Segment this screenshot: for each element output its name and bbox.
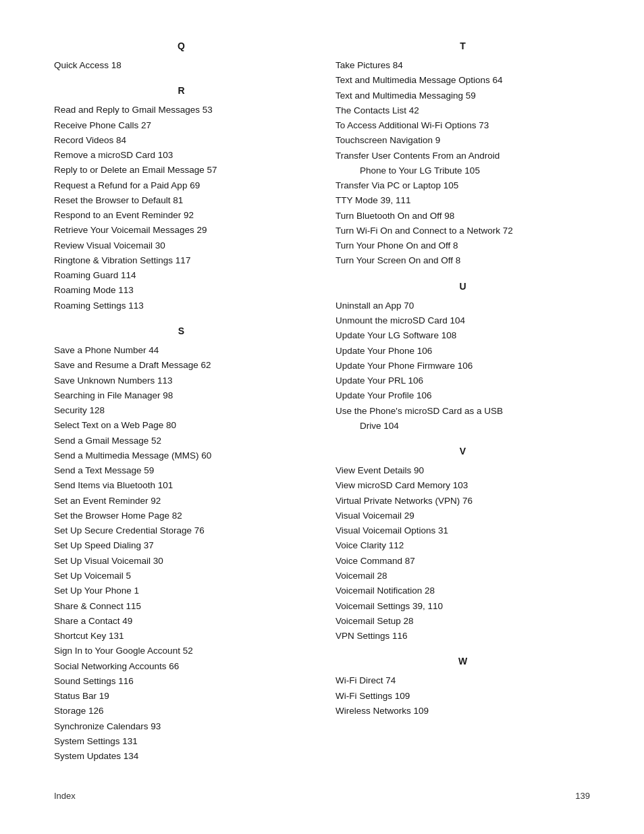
- entry-social-networking: Social Networking Accounts 66: [54, 659, 308, 674]
- section-header-v: V: [336, 446, 590, 457]
- entry-vpn-settings: VPN Settings 116: [336, 629, 590, 644]
- entry-visual-voicemail-options: Visual Voicemail Options 31: [336, 523, 590, 538]
- entry-transfer-android-indent: Phone to Your LG Tribute 105: [336, 163, 590, 178]
- entry-security: Security 128: [54, 403, 308, 418]
- section-header-r: R: [54, 85, 308, 96]
- entry-transfer-pc: Transfer Via PC or Laptop 105: [336, 178, 590, 193]
- section-header-q: Q: [54, 41, 308, 51]
- entry-review-visual-voicemail: Review Visual Voicemail 30: [54, 238, 308, 253]
- entry-voice-clarity: Voice Clarity 112: [336, 538, 590, 553]
- entry-searching-file-manager: Searching in File Manager 98: [54, 388, 308, 403]
- entry-ringtone-vibration: Ringtone & Vibration Settings 117: [54, 253, 308, 268]
- section-header-t: T: [336, 41, 590, 51]
- entry-voicemail-settings: Voicemail Settings 39, 110: [336, 599, 590, 614]
- entry-read-reply-gmail: Read and Reply to Gmail Messages 53: [54, 103, 308, 118]
- entry-send-mms: Send a Multimedia Message (MMS) 60: [54, 448, 308, 463]
- entry-wireless-networks: Wireless Networks 109: [336, 704, 590, 719]
- entry-send-gmail: Send a Gmail Message 52: [54, 434, 308, 448]
- entry-turn-bluetooth: Turn Bluetooth On and Off 98: [336, 209, 590, 224]
- entry-roaming-guard: Roaming Guard 114: [54, 268, 308, 283]
- entry-record-videos: Record Videos 84: [54, 133, 308, 148]
- entry-remove-microsd: Remove a microSD Card 103: [54, 148, 308, 163]
- entry-view-microsd-memory: View microSD Card Memory 103: [336, 478, 590, 493]
- entry-respond-event-reminder: Respond to an Event Reminder 92: [54, 208, 308, 223]
- entry-set-browser-home: Set the Browser Home Page 82: [54, 509, 308, 523]
- entry-turn-wifi: Turn Wi-Fi On and Connect to a Network 7…: [336, 224, 590, 238]
- entry-save-phone-number: Save a Phone Number 44: [54, 343, 308, 358]
- entry-uninstall-app: Uninstall an App 70: [336, 298, 590, 313]
- entry-voicemail: Voicemail 28: [336, 569, 590, 583]
- entry-send-text: Send a Text Message 59: [54, 463, 308, 478]
- entry-touchscreen-navigation: Touchscreen Navigation 9: [336, 133, 590, 148]
- entry-roaming-mode: Roaming Mode 113: [54, 283, 308, 298]
- left-column: Q Quick Access 18 R Read and Reply to Gm…: [54, 41, 308, 764]
- section-header-u: U: [336, 281, 590, 292]
- footer-right: 139: [575, 791, 590, 801]
- entry-unmount-microsd: Unmount the microSD Card 104: [336, 313, 590, 328]
- footer-left: Index: [54, 791, 76, 801]
- entry-take-pictures: Take Pictures 84: [336, 58, 590, 73]
- entry-vpn: Virtual Private Networks (VPN) 76: [336, 494, 590, 509]
- entry-update-profile: Update Your Profile 106: [336, 388, 590, 403]
- entry-synchronize-calendars: Synchronize Calendars 93: [54, 719, 308, 734]
- entry-save-resume-draft: Save and Resume a Draft Message 62: [54, 358, 308, 373]
- entry-update-lg-software: Update Your LG Software 108: [336, 328, 590, 343]
- entry-set-up-phone: Set Up Your Phone 1: [54, 583, 308, 598]
- entry-update-phone: Update Your Phone 106: [336, 344, 590, 359]
- entry-update-phone-firmware: Update Your Phone Firmware 106: [336, 359, 590, 373]
- entry-text-multimedia-options: Text and Multimedia Message Options 64: [336, 73, 590, 88]
- right-column: T Take Pictures 84 Text and Multimedia M…: [336, 41, 590, 764]
- entry-turn-phone-on-off: Turn Your Phone On and Off 8: [336, 238, 590, 253]
- entry-voice-command: Voice Command 87: [336, 554, 590, 569]
- entry-request-refund: Request a Refund for a Paid App 69: [54, 178, 308, 193]
- entry-reply-delete-email: Reply to or Delete an Email Message 57: [54, 163, 308, 178]
- entry-share-contact: Share a Contact 49: [54, 614, 308, 629]
- entry-view-event-details: View Event Details 90: [336, 463, 590, 478]
- entry-receive-phone-calls: Receive Phone Calls 27: [54, 118, 308, 133]
- entry-roaming-settings: Roaming Settings 113: [54, 298, 308, 313]
- entry-set-visual-voicemail: Set Up Visual Voicemail 30: [54, 554, 308, 569]
- entry-sign-in-google: Sign In to Your Google Account 52: [54, 644, 308, 658]
- entry-shortcut-key: Shortcut Key 131: [54, 629, 308, 644]
- entry-turn-screen-on-off: Turn Your Screen On and Off 8: [336, 253, 590, 268]
- entry-set-speed-dialing: Set Up Speed Dialing 37: [54, 538, 308, 553]
- entry-tty-mode: TTY Mode 39, 111: [336, 193, 590, 208]
- entry-system-settings: System Settings 131: [54, 734, 308, 749]
- entry-share-connect: Share & Connect 115: [54, 599, 308, 614]
- entry-update-prl: Update Your PRL 106: [336, 373, 590, 388]
- entry-set-event-reminder: Set an Event Reminder 92: [54, 494, 308, 509]
- entry-set-secure-credential: Set Up Secure Credential Storage 76: [54, 523, 308, 538]
- entry-text-multimedia-messaging: Text and Multimedia Messaging 59: [336, 88, 590, 103]
- entry-system-updates: System Updates 134: [54, 749, 308, 764]
- entry-set-voicemail: Set Up Voicemail 5: [54, 569, 308, 583]
- entry-wifi-settings: Wi-Fi Settings 109: [336, 689, 590, 704]
- entry-voicemail-notification: Voicemail Notification 28: [336, 583, 590, 598]
- entry-transfer-android: Transfer User Contents From an Android: [336, 149, 590, 163]
- entry-select-text-web: Select Text on a Web Page 80: [54, 418, 308, 433]
- entry-use-microsd-usb-indent: Drive 104: [336, 419, 590, 434]
- entry-quick-access: Quick Access 18: [54, 58, 308, 73]
- entry-send-items-bluetooth: Send Items via Bluetooth 101: [54, 478, 308, 493]
- entry-voicemail-setup: Voicemail Setup 28: [336, 614, 590, 629]
- entry-reset-browser: Reset the Browser to Default 81: [54, 193, 308, 208]
- entry-wifi-direct: Wi-Fi Direct 74: [336, 673, 590, 688]
- entry-sound-settings: Sound Settings 116: [54, 674, 308, 689]
- entry-save-unknown-numbers: Save Unknown Numbers 113: [54, 373, 308, 388]
- entry-status-bar: Status Bar 19: [54, 689, 308, 704]
- entry-storage: Storage 126: [54, 704, 308, 719]
- entry-visual-voicemail: Visual Voicemail 29: [336, 509, 590, 523]
- section-header-s: S: [54, 325, 308, 336]
- section-header-w: W: [336, 656, 590, 667]
- entry-use-microsd-usb: Use the Phone's microSD Card as a USB: [336, 404, 590, 419]
- entry-retrieve-voicemail: Retrieve Your Voicemail Messages 29: [54, 223, 308, 238]
- entry-wifi-options: To Access Additional Wi-Fi Options 73: [336, 118, 590, 133]
- entry-contacts-list: The Contacts List 42: [336, 103, 590, 118]
